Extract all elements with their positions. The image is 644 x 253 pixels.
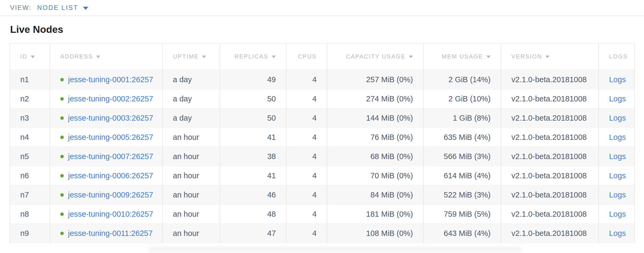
logs-link[interactable]: Logs xyxy=(609,171,626,180)
node-address-link[interactable]: jesse-tuning-0011:26257 xyxy=(68,229,153,238)
bottom-shadow xyxy=(148,247,522,252)
cell-id: n2 xyxy=(10,89,50,108)
column-header-logs: LOGS xyxy=(599,43,635,70)
cell-capacity: 84 MiB (0%) xyxy=(327,185,423,204)
cell-mem: 2 GiB (14%) xyxy=(423,70,501,89)
cell-version: v2.1.0-beta.20181008 xyxy=(501,224,599,243)
column-header-version[interactable]: VERSION xyxy=(501,43,599,70)
cell-replicas: 50 xyxy=(220,108,286,128)
cell-cpus: 4 xyxy=(286,108,327,128)
cell-mem: 635 MiB (4%) xyxy=(423,128,501,147)
node-address-link[interactable]: jesse-tuning-0002:26257 xyxy=(68,94,153,103)
cell-cpus: 4 xyxy=(286,128,327,147)
cell-capacity: 76 MiB (0%) xyxy=(327,128,423,147)
cell-id: n1 xyxy=(10,70,50,89)
cell-id: n5 xyxy=(10,147,50,166)
logs-link[interactable]: Logs xyxy=(609,210,626,218)
cell-uptime: a day xyxy=(162,89,220,108)
logs-link[interactable]: Logs xyxy=(609,94,626,103)
cell-cpus: 4 xyxy=(286,185,327,204)
node-live-status-icon xyxy=(60,193,64,197)
cell-id: n6 xyxy=(10,166,50,185)
node-address-link[interactable]: jesse-tuning-0001:26257 xyxy=(68,75,153,84)
cell-cpus: 4 xyxy=(286,166,327,185)
table-row: n8jesse-tuning-0010:26257an hour484181 M… xyxy=(10,204,635,224)
table-header-row: IDADDRESSUPTIMEREPLICASCPUSCAPACITY USAG… xyxy=(10,43,635,70)
cell-replicas: 38 xyxy=(220,147,286,166)
node-live-status-icon xyxy=(60,97,64,101)
cell-capacity: 70 MiB (0%) xyxy=(327,166,423,185)
view-selector-dropdown[interactable]: NODE LIST xyxy=(37,4,89,11)
cell-capacity: 108 MiB (0%) xyxy=(327,224,423,243)
column-header-address[interactable]: ADDRESS xyxy=(50,43,162,70)
node-address-link[interactable]: jesse-tuning-0005:26257 xyxy=(68,133,153,141)
column-header-replicas[interactable]: REPLICAS xyxy=(220,43,286,70)
cell-uptime: an hour xyxy=(162,128,220,147)
table-row: n1jesse-tuning-0001:26257a day494257 MiB… xyxy=(10,70,635,89)
node-address-link[interactable]: jesse-tuning-0009:26257 xyxy=(68,191,153,199)
column-header-mem[interactable]: MEM USAGE xyxy=(423,43,501,70)
cell-logs: Logs xyxy=(599,224,635,243)
node-address-link[interactable]: jesse-tuning-0003:26257 xyxy=(68,114,153,122)
cell-id: n9 xyxy=(10,224,50,243)
cell-uptime: an hour xyxy=(162,224,220,243)
cell-address: jesse-tuning-0005:26257 xyxy=(50,128,162,147)
logs-link[interactable]: Logs xyxy=(609,229,626,238)
logs-link[interactable]: Logs xyxy=(609,191,626,199)
cell-logs: Logs xyxy=(599,108,635,128)
cell-logs: Logs xyxy=(599,128,635,147)
cell-mem: 759 MiB (5%) xyxy=(423,204,501,224)
node-live-status-icon xyxy=(60,136,64,139)
cell-address: jesse-tuning-0011:26257 xyxy=(50,224,162,243)
cell-replicas: 41 xyxy=(220,128,286,147)
cell-capacity: 257 MiB (0%) xyxy=(327,70,423,89)
logs-link[interactable]: Logs xyxy=(609,114,626,122)
cell-uptime: an hour xyxy=(162,185,220,204)
cell-logs: Logs xyxy=(599,70,635,89)
logs-link[interactable]: Logs xyxy=(609,75,626,84)
cell-cpus: 4 xyxy=(286,204,327,224)
sort-desc-icon xyxy=(96,56,100,58)
node-live-status-icon xyxy=(60,155,64,158)
cell-id: n3 xyxy=(10,108,50,128)
sort-desc-icon xyxy=(31,56,35,58)
cell-id: n8 xyxy=(10,204,50,224)
cell-capacity: 181 MiB (0%) xyxy=(327,204,423,224)
chevron-down-icon xyxy=(83,7,88,10)
column-header-label: VERSION xyxy=(511,53,542,60)
logs-link[interactable]: Logs xyxy=(609,133,626,141)
cell-cpus: 4 xyxy=(286,224,327,243)
cell-address: jesse-tuning-0001:26257 xyxy=(50,70,162,89)
column-header-uptime[interactable]: UPTIME xyxy=(162,43,220,70)
table-row: n7jesse-tuning-0009:26257an hour46484 Mi… xyxy=(10,185,635,204)
cell-cpus: 4 xyxy=(286,147,327,166)
cell-logs: Logs xyxy=(599,204,635,224)
cell-version: v2.1.0-beta.20181008 xyxy=(501,147,599,166)
node-address-link[interactable]: jesse-tuning-0010:26257 xyxy=(68,210,153,218)
cell-capacity: 144 MiB (0%) xyxy=(327,108,423,128)
cell-uptime: an hour xyxy=(162,166,220,185)
node-address-link[interactable]: jesse-tuning-0007:26257 xyxy=(68,152,153,161)
cell-mem: 643 MiB (4%) xyxy=(423,224,501,243)
page-title: Live Nodes xyxy=(10,24,644,35)
logs-link[interactable]: Logs xyxy=(609,152,626,161)
column-header-id[interactable]: ID xyxy=(10,43,50,70)
cell-replicas: 46 xyxy=(220,185,286,204)
sort-desc-icon xyxy=(545,56,550,58)
cell-uptime: a day xyxy=(162,108,220,128)
column-header-label: MEM USAGE xyxy=(442,53,483,60)
column-header-label: LOGS xyxy=(609,53,628,60)
column-header-capacity[interactable]: CAPACITY USAGE xyxy=(327,43,423,70)
node-live-status-icon xyxy=(60,212,64,216)
cell-version: v2.1.0-beta.20181008 xyxy=(501,128,599,147)
column-header-label: ID xyxy=(20,53,27,60)
cell-version: v2.1.0-beta.20181008 xyxy=(501,108,599,128)
cell-address: jesse-tuning-0003:26257 xyxy=(50,108,162,128)
cell-capacity: 68 MiB (0%) xyxy=(327,147,423,166)
node-address-link[interactable]: jesse-tuning-0006:26257 xyxy=(68,171,153,180)
view-selected-value: NODE LIST xyxy=(37,4,78,11)
node-live-status-icon xyxy=(60,174,64,177)
sort-desc-icon xyxy=(486,56,491,58)
cell-version: v2.1.0-beta.20181008 xyxy=(501,166,599,185)
cell-replicas: 48 xyxy=(220,204,286,224)
